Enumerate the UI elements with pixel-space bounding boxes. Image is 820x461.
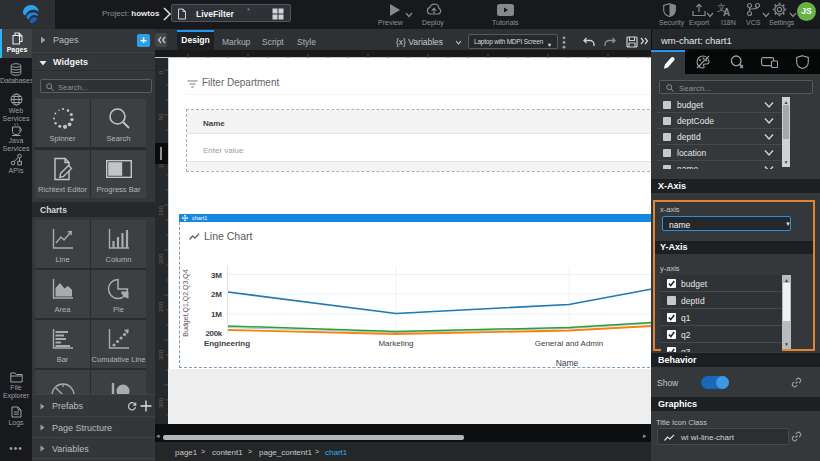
svg-text:General and Admin: General and Admin xyxy=(535,339,604,348)
svg-text:50: 50 xyxy=(158,113,164,120)
svg-text:300: 300 xyxy=(158,349,164,360)
svg-text:Engineering: Engineering xyxy=(204,339,250,348)
svg-text:Marketing: Marketing xyxy=(378,339,413,348)
svg-text:Budget,Q1,Q2,Q3,Q4: Budget,Q1,Q2,Q3,Q4 xyxy=(182,269,190,336)
svg-text:Name: Name xyxy=(556,358,579,368)
svg-text:150: 150 xyxy=(158,205,164,216)
svg-text:200: 200 xyxy=(158,253,164,264)
svg-text:250: 250 xyxy=(158,301,164,312)
svg-text:3M: 3M xyxy=(211,271,222,280)
svg-text:200k: 200k xyxy=(205,329,222,338)
svg-text:1M: 1M xyxy=(211,310,222,319)
svg-text:0: 0 xyxy=(158,70,164,74)
svg-text:A: A xyxy=(723,7,730,17)
svg-text:350: 350 xyxy=(158,397,164,408)
svg-text:2M: 2M xyxy=(211,290,222,299)
